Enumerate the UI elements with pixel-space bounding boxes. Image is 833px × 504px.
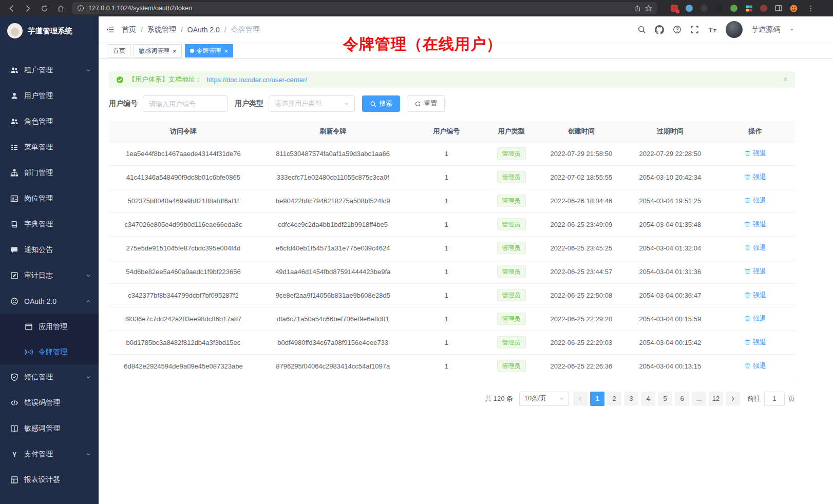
sidebar-item-oauth2-token[interactable]: 令牌管理 (0, 339, 99, 364)
page-button-12[interactable]: 12 (709, 392, 723, 406)
font-size-icon[interactable]: TT (708, 25, 717, 34)
sidebar-item-audit-log[interactable]: 审计日志 (0, 263, 99, 288)
force-logout-button[interactable]: 强退 (744, 267, 766, 276)
extension-maroon-icon[interactable] (759, 4, 768, 13)
access-token-cell: c342377bf8b344799dcbf7bf095287f2 (109, 283, 258, 307)
window-icon (25, 323, 33, 331)
doc-link[interactable]: https://doc.iocoder.cn/user-center/ (206, 76, 307, 84)
force-logout-button[interactable]: 强退 (744, 149, 766, 158)
sidebar-item-report-designer[interactable]: 报表设计器 (0, 467, 99, 493)
force-logout-button[interactable]: 强退 (744, 220, 766, 229)
breadcrumb-item[interactable]: 首页 (122, 25, 136, 34)
force-logout-button[interactable]: 强退 (744, 314, 766, 323)
sidebar-item-dict[interactable]: 字典管理 (0, 211, 99, 237)
close-tab-icon[interactable]: × (224, 48, 229, 54)
user-name[interactable]: 芋道源码 (751, 25, 780, 34)
tab-token[interactable]: 令牌管理× (185, 44, 234, 57)
extension-red-icon[interactable] (670, 4, 679, 13)
user-avatar[interactable] (726, 21, 743, 38)
sidebar-item-error-code[interactable]: 错误码管理 (0, 390, 99, 416)
access-token-cell: 502375b8040a469a9b82188afdf6af1f (109, 189, 258, 212)
page-button-6[interactable]: 6 (675, 392, 689, 406)
sidebar-item-oauth2[interactable]: OAuth 2.0 (0, 288, 99, 314)
expire-time-cell: 2054-03-04 00:36:47 (625, 283, 715, 307)
profile-avatar-icon[interactable] (789, 4, 798, 13)
sidebar-item-pay[interactable]: ¥支付管理 (0, 441, 99, 467)
goto-page-input[interactable] (764, 392, 785, 406)
create-time-cell: 2022-06-25 23:44:57 (538, 260, 625, 283)
home-icon[interactable] (55, 3, 66, 13)
sidebar-item-menu[interactable]: 菜单管理 (0, 134, 99, 160)
reload-icon[interactable] (39, 3, 49, 13)
panel-toggle-icon[interactable] (774, 4, 783, 13)
share-icon[interactable] (634, 5, 641, 12)
breadcrumb: 首页/系统管理/OAuth 2.0/令牌管理 (122, 25, 260, 34)
user-id-input[interactable] (143, 95, 228, 112)
force-logout-button[interactable]: 强退 (744, 361, 766, 371)
force-logout-button[interactable]: 强退 (744, 172, 766, 182)
sidebar-item-post[interactable]: 岗位管理 (0, 186, 99, 211)
search-button[interactable]: 搜索 (362, 95, 400, 112)
user-type-label: 用户类型 (235, 99, 263, 108)
reset-button[interactable]: 重置 (407, 95, 445, 112)
prev-page-button[interactable] (573, 392, 588, 406)
alert-close-icon[interactable]: × (783, 75, 788, 84)
main-area: 首页/系统管理/OAuth 2.0/令牌管理 TT 芋道源码 (99, 16, 833, 504)
breadcrumb-item[interactable]: 系统管理 (147, 25, 176, 34)
more-pages-button[interactable]: ... (692, 392, 706, 406)
back-icon[interactable] (6, 3, 16, 13)
column-header: 创建时间 (538, 121, 625, 142)
sidebar-item-tenant[interactable]: 租户管理 (0, 57, 99, 83)
page-button-5[interactable]: 5 (658, 392, 672, 406)
chevron-down-icon (85, 374, 91, 380)
search-icon[interactable] (637, 25, 646, 34)
github-icon[interactable] (655, 25, 664, 34)
close-tab-icon[interactable]: × (173, 48, 177, 54)
idcard-icon (10, 195, 19, 203)
info-icon[interactable] (77, 5, 84, 12)
breadcrumb-separator: / (181, 26, 183, 34)
page-button-1[interactable]: 1 (590, 392, 604, 406)
extension-green-icon[interactable] (729, 4, 739, 13)
url-text[interactable]: 127.0.0.1:1024/system/oauth2/token (88, 5, 630, 12)
extension-dark-icon[interactable] (699, 4, 709, 13)
forward-icon[interactable] (23, 3, 33, 13)
fullscreen-icon[interactable] (690, 25, 699, 34)
user-type-badge: 管理员 (497, 360, 526, 372)
page-button-2[interactable]: 2 (607, 392, 621, 406)
sidebar-item-dept[interactable]: 部门管理 (0, 160, 99, 186)
force-logout-button[interactable]: 强退 (744, 243, 766, 253)
sidebar-item-role[interactable]: 角色管理 (0, 109, 99, 134)
extension-colorful-icon[interactable] (744, 4, 753, 13)
next-page-button[interactable] (726, 392, 740, 406)
extension-black-icon[interactable] (714, 4, 724, 13)
sidebar-item-oauth2-application[interactable]: 应用管理 (0, 314, 99, 339)
sidebar-item-user[interactable]: 用户管理 (0, 83, 99, 109)
tab-sensitive-word[interactable]: 敏感词管理× (134, 44, 182, 57)
extension-blue-icon[interactable] (685, 4, 694, 13)
address-bar[interactable]: 127.0.0.1:1024/system/oauth2/token (72, 2, 657, 14)
force-logout-button[interactable]: 强退 (744, 338, 766, 347)
sidebar-item-sensitive-word[interactable]: 敏感词管理 (0, 416, 99, 441)
sidebar-item-sms[interactable]: 短信管理 (0, 364, 99, 390)
browser-menu-icon[interactable]: ⋮ (807, 4, 815, 12)
token-row: 275e5de9151045fe87cbdc395e004f4de6cfd40e… (109, 236, 795, 260)
create-time-cell: 2022-06-25 22:29:20 (538, 307, 625, 331)
user-id-cell: 1 (408, 354, 485, 378)
sidebar-fold-icon[interactable] (106, 25, 115, 34)
help-icon[interactable] (673, 25, 681, 34)
page-size-select[interactable]: 10条/页 (519, 392, 569, 406)
app-logo[interactable]: 芋道管理系统 (0, 16, 99, 45)
user-type-select[interactable]: 请选择用户类型 (269, 95, 355, 112)
token-row: c342377bf8b344799dcbf7bf095287f29ce8ef2a… (109, 283, 795, 307)
tab-home[interactable]: 首页 (108, 44, 130, 57)
page-button-3[interactable]: 3 (624, 392, 638, 406)
force-logout-button[interactable]: 强退 (744, 290, 766, 300)
bookmark-star-icon[interactable] (645, 5, 652, 12)
submenu-oauth2: 应用管理令牌管理 (0, 314, 99, 364)
page-button-4[interactable]: 4 (641, 392, 655, 406)
sidebar-item-notice[interactable]: 通知公告 (0, 237, 99, 263)
breadcrumb-item[interactable]: OAuth 2.0 (187, 26, 220, 34)
chevron-down-icon[interactable] (789, 27, 795, 33)
force-logout-button[interactable]: 强退 (744, 196, 766, 205)
